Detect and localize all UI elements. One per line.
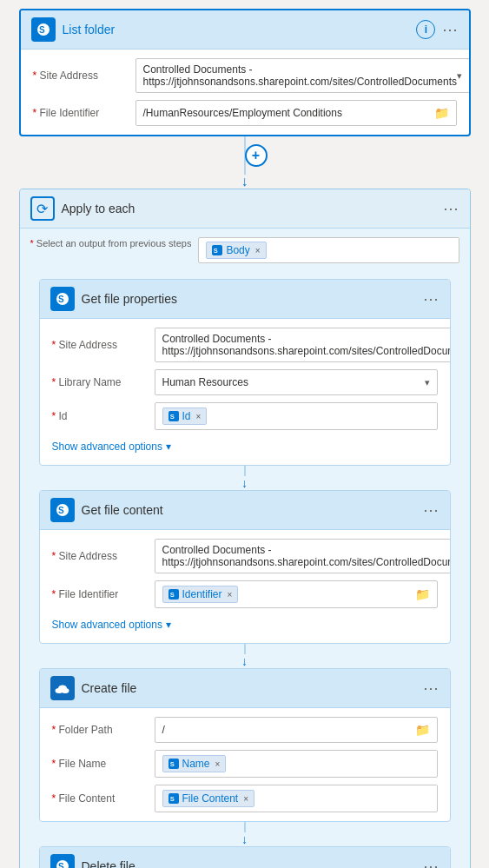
chevron-down-icon: ▾ xyxy=(457,70,462,82)
inner-arrow-2: ↓ xyxy=(241,654,248,668)
id-token-close[interactable]: × xyxy=(196,412,202,421)
body-token-icon: S xyxy=(212,245,222,255)
inner-arrow-3: ↓ xyxy=(241,832,248,846)
svg-text:S: S xyxy=(58,506,64,515)
gfc-site-address-value[interactable]: Controlled Documents - https://jtjohnson… xyxy=(155,539,451,573)
select-output-label: Select an output from previous steps xyxy=(30,237,192,249)
create-file-title: Create file xyxy=(82,681,137,695)
gfp-library-value[interactable]: Human Resources ▾ xyxy=(155,369,438,395)
get-file-content-sp-logo: S xyxy=(50,498,75,522)
gfp-show-advanced[interactable]: Show advanced options ▾ xyxy=(52,437,438,456)
svg-text:S: S xyxy=(169,795,174,803)
gfc-advanced-chevron-icon: ▾ xyxy=(166,619,171,631)
body-token-close[interactable]: × xyxy=(255,246,261,255)
svg-point-11 xyxy=(58,686,67,692)
get-file-content-title: Get file content xyxy=(82,503,163,517)
create-file-header: Create file ··· xyxy=(40,669,450,708)
gfc-show-advanced[interactable]: Show advanced options ▾ xyxy=(52,615,438,634)
site-address-row: Site Address Controlled Documents - http… xyxy=(33,58,457,93)
cf-folder-path-row: Folder Path / 📁 xyxy=(52,717,438,743)
body-token: S Body × xyxy=(206,242,266,259)
cf-file-content-value[interactable]: S File Content × xyxy=(155,785,438,812)
list-folder-title: List folder xyxy=(63,23,116,36)
delete-file-more-icon[interactable]: ··· xyxy=(423,858,439,869)
sharepoint-logo: S xyxy=(31,17,56,42)
svg-text:S: S xyxy=(169,413,174,421)
select-output-field[interactable]: S Body × xyxy=(198,237,459,263)
delete-file-card: S Delete file ··· Site Address Controlle… xyxy=(39,846,451,868)
create-file-card: Create file ··· Folder Path / 📁 xyxy=(39,668,451,822)
cf-folder-path-value[interactable]: / 📁 xyxy=(155,717,438,743)
get-file-properties-card: S Get file properties ··· Site Address C… xyxy=(39,279,451,466)
inner-connector-1: ↓ xyxy=(241,466,248,490)
gfc-identifier-token-icon: S xyxy=(169,589,179,600)
cf-file-name-label: File Name xyxy=(52,758,148,770)
gfp-advanced-chevron-icon: ▾ xyxy=(166,441,171,453)
apply-to-each-body: Select an output from previous steps S B… xyxy=(20,229,470,868)
gfp-site-address-value[interactable]: Controlled Documents - https://jtjohnson… xyxy=(155,328,451,362)
info-icon[interactable]: i xyxy=(416,20,435,39)
file-identifier-label: File Identifier xyxy=(33,107,129,119)
create-file-body: Folder Path / 📁 File Name xyxy=(40,708,450,821)
gfc-identifier-token-close[interactable]: × xyxy=(228,590,233,600)
get-file-properties-more-icon[interactable]: ··· xyxy=(423,290,439,308)
gfp-site-address-label: Site Address xyxy=(52,339,148,351)
folder-icon: 📁 xyxy=(434,106,449,120)
get-file-content-header: S Get file content ··· xyxy=(40,491,450,530)
svg-text:S: S xyxy=(58,295,64,304)
loop-icon: ⟳ xyxy=(30,196,55,221)
inner-arrow-1: ↓ xyxy=(241,476,248,490)
arrow-down-1: ↓ xyxy=(241,175,248,189)
inner-connector-3: ↓ xyxy=(241,822,248,846)
get-file-content-card: S Get file content ··· Site Address Cont… xyxy=(39,490,451,644)
get-file-content-body: Site Address Controlled Documents - http… xyxy=(40,530,450,643)
file-content-token-close[interactable]: × xyxy=(243,794,248,804)
create-file-od-logo xyxy=(50,676,75,700)
inner-connector-2: ↓ xyxy=(241,644,248,668)
file-identifier-value[interactable]: /HumanResources/Employment Conditions 📁 xyxy=(135,100,457,126)
gfc-file-identifier-label: File Identifier xyxy=(52,588,148,600)
gfp-id-value[interactable]: S Id × xyxy=(155,402,438,430)
gfp-library-chevron-icon: ▾ xyxy=(425,377,430,388)
gfp-id-label: Id xyxy=(52,410,148,422)
gfp-library-label: Library Name xyxy=(52,376,148,388)
list-folder-header: S List folder i ··· xyxy=(21,10,469,50)
gfc-site-address-row: Site Address Controlled Documents - http… xyxy=(52,539,438,573)
file-content-token: S File Content × xyxy=(162,790,255,807)
list-folder-card: S List folder i ··· Site Address Control… xyxy=(19,9,471,136)
apply-to-each-more-icon[interactable]: ··· xyxy=(443,200,459,218)
apply-to-each-title: Apply to each xyxy=(62,202,135,215)
gfc-identifier-token: S Identifier × xyxy=(162,586,239,603)
list-folder-body: Site Address Controlled Documents - http… xyxy=(21,50,469,135)
cf-file-content-row: File Content S File Content × xyxy=(52,785,438,812)
id-token-icon: S xyxy=(169,411,179,421)
gfc-folder-icon: 📁 xyxy=(415,587,430,601)
name-token-close[interactable]: × xyxy=(215,759,221,769)
cf-file-content-label: File Content xyxy=(52,792,148,805)
apply-to-each-card: ⟳ Apply to each ··· Select an output fro… xyxy=(19,189,471,868)
more-icon[interactable]: ··· xyxy=(442,21,458,39)
file-identifier-row: File Identifier /HumanResources/Employme… xyxy=(33,100,457,126)
cf-file-name-row: File Name S Name × xyxy=(52,750,438,778)
get-file-content-more-icon[interactable]: ··· xyxy=(423,501,439,520)
cf-folder-icon: 📁 xyxy=(415,723,430,737)
id-token: S Id × xyxy=(162,407,208,425)
file-content-token-icon: S xyxy=(169,793,179,804)
site-address-label: Site Address xyxy=(33,70,129,82)
name-token: S Name × xyxy=(162,755,227,772)
delete-file-sp-logo: S xyxy=(50,854,75,868)
add-step-button[interactable]: + xyxy=(245,144,268,167)
gfc-site-address-label: Site Address xyxy=(52,550,148,562)
create-file-more-icon[interactable]: ··· xyxy=(423,679,439,698)
apply-to-each-header: ⟳ Apply to each ··· xyxy=(20,189,470,229)
gfp-site-address-row: Site Address Controlled Documents - http… xyxy=(52,328,438,362)
svg-text:S: S xyxy=(58,862,64,868)
connector-add-1: + xyxy=(244,136,246,175)
get-file-properties-title: Get file properties xyxy=(82,292,178,306)
site-address-value[interactable]: Controlled Documents - https://jtjohnson… xyxy=(135,58,471,93)
svg-text:S: S xyxy=(39,25,45,35)
get-file-properties-header: S Get file properties ··· xyxy=(40,280,450,319)
gfc-file-identifier-value[interactable]: S Identifier × 📁 xyxy=(155,580,438,608)
cf-file-name-value[interactable]: S Name × xyxy=(155,750,438,778)
svg-text:S: S xyxy=(214,247,218,255)
